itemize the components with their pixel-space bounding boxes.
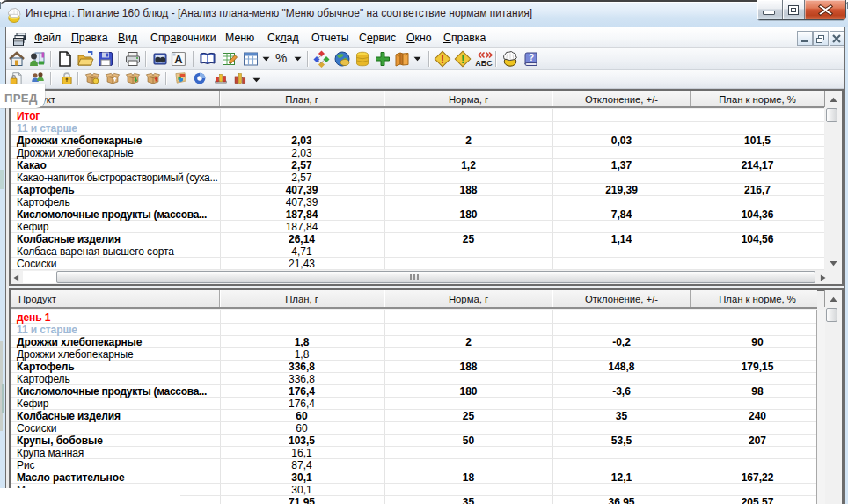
svg-text:ABC: ABC	[475, 59, 493, 68]
svg-text:?: ?	[528, 53, 533, 62]
svg-text:!: !	[441, 54, 444, 66]
svg-text:!: !	[461, 54, 464, 66]
svg-text:А: А	[174, 53, 183, 66]
